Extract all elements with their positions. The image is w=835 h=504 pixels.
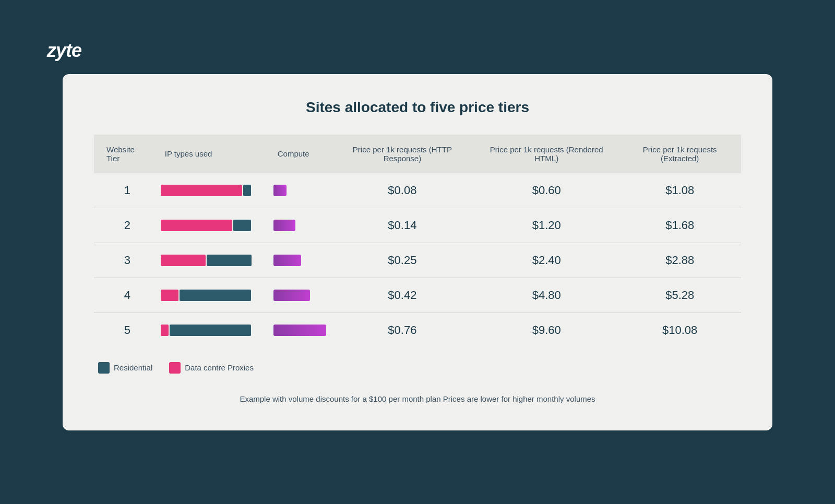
table-row: 2$0.14$1.20$1.68: [94, 208, 741, 243]
col-header-tier: Website Tier: [94, 135, 157, 173]
col-header-html: Price per 1k requests (Rendered HTML): [474, 135, 618, 173]
table-row: 3$0.25$2.40$2.88: [94, 243, 741, 278]
pink-bar: [161, 220, 232, 231]
compute-bar-cell: [269, 208, 330, 243]
legend-residential: Residential: [98, 362, 152, 374]
teal-bar: [233, 220, 251, 231]
ip-bar-cell: [157, 173, 269, 208]
footnote: Example with volume discounts for a $100…: [94, 394, 741, 403]
col-header-ip: IP types used: [157, 135, 269, 173]
tier-cell: 5: [94, 313, 157, 347]
http-price-cell: $0.42: [330, 278, 474, 313]
html-price-cell: $0.60: [474, 173, 618, 208]
ip-bar-cell: [157, 208, 269, 243]
table-header-row: Website Tier IP types used Compute Price…: [94, 135, 741, 173]
teal-bar: [207, 255, 252, 266]
legend: Residential Data centre Proxies: [98, 362, 741, 374]
html-price-cell: $1.20: [474, 208, 618, 243]
col-header-compute: Compute: [269, 135, 330, 173]
pink-bar: [161, 325, 169, 336]
ip-bar-cell: [157, 313, 269, 347]
pink-bar: [161, 290, 178, 301]
compute-bar: [273, 290, 310, 301]
pricing-table: Website Tier IP types used Compute Price…: [94, 135, 741, 347]
extracted-price-cell: $1.68: [618, 208, 741, 243]
residential-swatch: [98, 362, 110, 374]
teal-bar: [243, 185, 251, 196]
tier-cell: 2: [94, 208, 157, 243]
compute-bar-cell: [269, 278, 330, 313]
teal-bar: [170, 325, 251, 336]
html-price-cell: $9.60: [474, 313, 618, 347]
proxy-swatch: [169, 362, 181, 374]
ip-bar-cell: [157, 278, 269, 313]
teal-bar: [180, 290, 251, 301]
logo: zyte: [47, 40, 81, 62]
http-price-cell: $0.25: [330, 243, 474, 278]
http-price-cell: $0.76: [330, 313, 474, 347]
tier-cell: 1: [94, 173, 157, 208]
col-header-http: Price per 1k requests (HTTP Response): [330, 135, 474, 173]
html-price-cell: $4.80: [474, 278, 618, 313]
page-title: Sites allocated to five price tiers: [94, 99, 741, 116]
compute-bar: [273, 220, 295, 231]
col-header-extracted: Price per 1k requests (Extracted): [618, 135, 741, 173]
ip-bar-cell: [157, 243, 269, 278]
extracted-price-cell: $2.88: [618, 243, 741, 278]
extracted-price-cell: $1.08: [618, 173, 741, 208]
proxy-label: Data centre Proxies: [185, 363, 254, 372]
extracted-price-cell: $10.08: [618, 313, 741, 347]
main-card: zyte Sites allocated to five price tiers…: [63, 74, 772, 430]
compute-bar: [273, 255, 301, 266]
pink-bar: [161, 185, 242, 196]
table-row: 5$0.76$9.60$10.08: [94, 313, 741, 347]
compute-bar-cell: [269, 173, 330, 208]
http-price-cell: $0.14: [330, 208, 474, 243]
tier-cell: 4: [94, 278, 157, 313]
extracted-price-cell: $5.28: [618, 278, 741, 313]
legend-proxy: Data centre Proxies: [169, 362, 254, 374]
residential-label: Residential: [114, 363, 152, 372]
tier-cell: 3: [94, 243, 157, 278]
compute-bar: [273, 185, 287, 196]
table-row: 1$0.08$0.60$1.08: [94, 173, 741, 208]
http-price-cell: $0.08: [330, 173, 474, 208]
table-row: 4$0.42$4.80$5.28: [94, 278, 741, 313]
compute-bar-cell: [269, 243, 330, 278]
compute-bar-cell: [269, 313, 330, 347]
compute-bar: [273, 325, 326, 336]
html-price-cell: $2.40: [474, 243, 618, 278]
pink-bar: [161, 255, 206, 266]
